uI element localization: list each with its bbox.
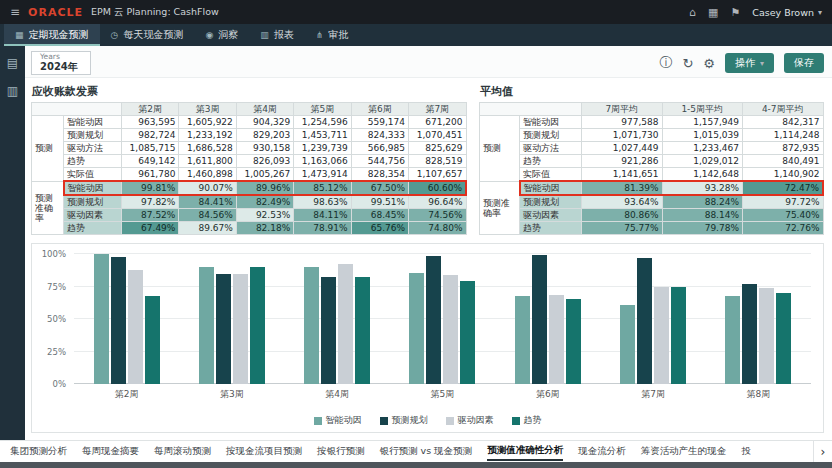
cell[interactable]: 829,203	[236, 129, 293, 142]
nav-tab-报表[interactable]: ▥报表	[249, 24, 305, 46]
bottom-tab-每周滚动预测[interactable]: 每周滚动预测	[154, 443, 211, 460]
cell[interactable]: 1,453,711	[294, 129, 351, 142]
cell[interactable]: 99.51%	[351, 195, 408, 209]
cell[interactable]: 1,473,914	[294, 168, 351, 182]
cell[interactable]: 1,460,898	[179, 168, 236, 182]
cell[interactable]: 904,329	[236, 116, 293, 129]
cell[interactable]: 67.49%	[122, 222, 179, 235]
cell[interactable]: 74.80%	[409, 222, 466, 235]
cell[interactable]: 81.39%	[582, 181, 663, 195]
bar-预测规划[interactable]	[111, 257, 126, 384]
cell[interactable]: 84.41%	[179, 195, 236, 209]
nav-tab-审批[interactable]: ⋔审批	[305, 24, 360, 46]
bottom-tab-每周现金摘要[interactable]: 每周现金摘要	[82, 443, 139, 460]
cell[interactable]: 963,595	[122, 116, 179, 129]
cell[interactable]: 1,085,715	[122, 142, 179, 155]
cell[interactable]: 79.78%	[662, 222, 743, 235]
bar-智能动因[interactable]	[409, 273, 424, 384]
grid-icon[interactable]: ▦	[708, 6, 718, 19]
cell[interactable]: 828,354	[351, 168, 408, 182]
bar-趋势[interactable]	[145, 296, 160, 384]
bar-驱动因素[interactable]	[338, 264, 353, 384]
bar-预测规划[interactable]	[321, 277, 336, 384]
cell[interactable]: 1,027,449	[582, 142, 663, 155]
cell[interactable]: 80.86%	[582, 209, 663, 222]
bar-驱动因素[interactable]	[759, 288, 774, 384]
save-button[interactable]: 保存	[784, 53, 824, 73]
bar-预测规划[interactable]	[532, 255, 547, 384]
cell[interactable]: 982,724	[122, 129, 179, 142]
cell[interactable]: 78.91%	[294, 222, 351, 235]
cell[interactable]: 544,756	[351, 155, 408, 168]
dashboard-icon[interactable]: ▥	[7, 84, 18, 98]
bar-趋势[interactable]	[460, 281, 475, 384]
cell[interactable]: 1,140,902	[743, 168, 824, 182]
cell[interactable]: 842,317	[743, 116, 824, 129]
cell[interactable]: 72.76%	[743, 222, 824, 235]
cell[interactable]: 825,629	[409, 142, 466, 155]
bar-智能动因[interactable]	[620, 305, 635, 384]
bar-预测规划[interactable]	[742, 284, 757, 384]
bar-智能动因[interactable]	[199, 267, 214, 384]
cell[interactable]: 98.63%	[294, 195, 351, 209]
cell[interactable]: 1,254,596	[294, 116, 351, 129]
cell[interactable]: 1,107,657	[409, 168, 466, 182]
cell[interactable]: 96.64%	[409, 195, 466, 209]
bar-驱动因素[interactable]	[549, 295, 564, 384]
bar-预测规划[interactable]	[426, 256, 441, 384]
cell[interactable]: 671,200	[409, 116, 466, 129]
cell[interactable]: 75.40%	[743, 209, 824, 222]
cell[interactable]: 68.45%	[351, 209, 408, 222]
cell[interactable]: 930,158	[236, 142, 293, 155]
cell[interactable]: 824,333	[351, 129, 408, 142]
cell[interactable]: 82.49%	[236, 195, 293, 209]
cell[interactable]: 566,985	[351, 142, 408, 155]
cell[interactable]: 1,015,039	[662, 129, 743, 142]
bottom-tab-银行预测 vs 现金预测[interactable]: 银行预测 vs 现金预测	[380, 443, 473, 460]
nav-tab-定期现金预测[interactable]: ▦定期现金预测	[4, 24, 100, 46]
cell[interactable]: 840,491	[743, 155, 824, 168]
cell[interactable]: 75.77%	[582, 222, 663, 235]
bar-预测规划[interactable]	[216, 274, 231, 384]
bar-驱动因素[interactable]	[443, 275, 458, 384]
gear-icon[interactable]: ⚙	[703, 56, 715, 71]
nav-tab-每天现金预测[interactable]: ◷每天现金预测	[100, 24, 195, 46]
bar-智能动因[interactable]	[94, 254, 109, 384]
home-icon[interactable]: ⌂	[689, 6, 696, 19]
refresh-icon[interactable]: ↻	[682, 56, 693, 71]
horizontal-scrollbar[interactable]	[0, 462, 832, 468]
cell[interactable]: 74.56%	[409, 209, 466, 222]
cell[interactable]: 85.12%	[294, 181, 351, 195]
bottom-tab-集团预测分析[interactable]: 集团预测分析	[10, 443, 67, 460]
bar-趋势[interactable]	[355, 277, 370, 384]
cell[interactable]: 89.67%	[179, 222, 236, 235]
console-icon[interactable]: ▤	[7, 56, 18, 70]
user-menu[interactable]: Casey Brown ▾	[752, 7, 822, 18]
cell[interactable]: 1,163,066	[294, 155, 351, 168]
cell[interactable]: 1,141,651	[582, 168, 663, 182]
cell[interactable]: 97.82%	[122, 195, 179, 209]
cell[interactable]: 649,142	[122, 155, 179, 168]
cell[interactable]: 1,114,248	[743, 129, 824, 142]
cell[interactable]: 1,611,800	[179, 155, 236, 168]
bar-趋势[interactable]	[776, 293, 791, 384]
cell[interactable]: 1,233,192	[179, 129, 236, 142]
cell[interactable]: 872,935	[743, 142, 824, 155]
chevron-right-icon[interactable]: ›	[813, 441, 832, 462]
bar-驱动因素[interactable]	[654, 287, 669, 384]
cell[interactable]: 67.50%	[351, 181, 408, 195]
actions-button[interactable]: 操作 ▾	[725, 53, 774, 73]
bottom-tab-按现金流项目预测[interactable]: 按现金流项目预测	[226, 443, 302, 460]
cell[interactable]: 921,286	[582, 155, 663, 168]
cell[interactable]: 1,686,528	[179, 142, 236, 155]
cell[interactable]: 977,588	[582, 116, 663, 129]
cell[interactable]: 99.81%	[122, 181, 179, 195]
cell[interactable]: 93.28%	[662, 181, 743, 195]
cell[interactable]: 1,233,467	[662, 142, 743, 155]
bar-驱动因素[interactable]	[128, 270, 143, 384]
cell[interactable]: 1,070,451	[409, 129, 466, 142]
nav-tab-洞察[interactable]: ◉洞察	[194, 24, 249, 46]
bar-趋势[interactable]	[671, 287, 686, 384]
bar-智能动因[interactable]	[304, 267, 319, 384]
bottom-tab-现金流分析[interactable]: 现金流分析	[578, 443, 626, 460]
